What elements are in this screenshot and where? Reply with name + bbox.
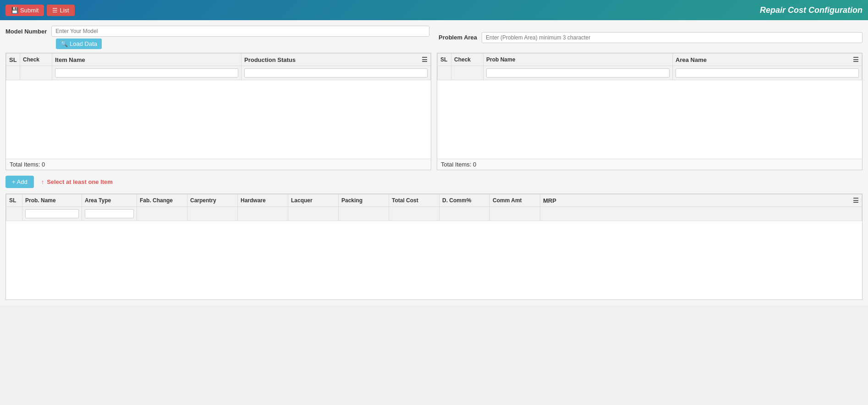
items-table: SL Check Item Name Production Status [6, 53, 431, 80]
prob-col-sl: SL [438, 54, 451, 66]
bt-filter-comm-amt [490, 207, 540, 221]
model-number-group: Model Number 🔍 Load Data [5, 26, 429, 49]
page-title: Repair Cost Configuration [760, 6, 863, 15]
items-production-status-filter[interactable] [244, 68, 428, 78]
bt-col-mrp: MRP ☰ [540, 194, 862, 207]
items-filter-item-name [52, 66, 242, 80]
top-fields-row: Model Number 🔍 Load Data Problem Area [5, 26, 863, 49]
prob-col-prob-name: Prob Name [483, 54, 673, 66]
prob-col-area-name: Area Name ☰ [673, 54, 862, 66]
bt-filter-mrp [540, 207, 862, 221]
bt-col-total-cost: Total Cost [389, 194, 439, 207]
list-button[interactable]: ☰ List [47, 5, 74, 16]
items-filter-sl [6, 66, 20, 80]
bottom-table: SL Prob. Name Area Type Fab. Change Carp… [6, 194, 862, 221]
prob-table-section: SL Check Prob Name Area Name ☰ [437, 53, 863, 170]
bt-filter-carpentry [187, 207, 238, 221]
bt-col-area-type: Area Type [82, 194, 137, 207]
prob-col-check: Check [451, 54, 483, 66]
bt-menu-icon[interactable]: ☰ [853, 197, 859, 204]
bt-filter-area-type [82, 207, 137, 221]
bt-filter-sl [6, 207, 22, 221]
bt-filter-hardware [238, 207, 288, 221]
items-col-check: Check [20, 54, 52, 66]
items-filter-check [20, 66, 52, 80]
bt-filter-total-cost [389, 207, 439, 221]
add-button[interactable]: + Add [5, 176, 34, 188]
prob-filter-check [451, 66, 483, 80]
prob-area-name-filter[interactable] [676, 68, 859, 78]
model-number-input[interactable] [51, 26, 429, 37]
warning-message: ↑ Select at least one Item [41, 178, 113, 185]
bottom-table-scroll[interactable]: SL Prob. Name Area Type Fab. Change Carp… [6, 194, 862, 300]
items-table-footer: Total Items: 0 [6, 159, 431, 170]
header: 💾 Submit ☰ List Repair Cost Configuratio… [0, 0, 868, 20]
warning-arrow-icon: ↑ [41, 178, 44, 185]
prob-filter-sl [438, 66, 451, 80]
bt-col-sl: SL [6, 194, 22, 207]
load-data-button[interactable]: 🔍 Load Data [56, 39, 102, 49]
prob-menu-icon[interactable]: ☰ [853, 56, 859, 63]
items-menu-icon[interactable]: ☰ [422, 56, 428, 63]
model-number-field-row: Model Number [5, 26, 429, 37]
bt-filter-fab-change [137, 207, 187, 221]
prob-table-footer: Total Items: 0 [437, 159, 862, 170]
items-filter-production-status [242, 66, 431, 80]
model-number-label: Model Number [5, 28, 47, 35]
main-content: Model Number 🔍 Load Data Problem Area [0, 20, 868, 305]
bt-col-prob-name: Prob. Name [22, 194, 82, 207]
prob-prob-name-filter[interactable] [486, 68, 670, 78]
list-icon: ☰ [52, 7, 58, 14]
problem-area-group: Problem Area [439, 26, 863, 49]
save-icon: 💾 [11, 7, 18, 14]
action-row: + Add ↑ Select at least one Item [5, 174, 863, 190]
items-item-name-filter[interactable] [55, 68, 238, 78]
bt-area-type-filter[interactable] [85, 209, 134, 218]
items-table-section: SL Check Item Name Production Status [5, 53, 431, 170]
bt-prob-name-filter[interactable] [25, 209, 79, 218]
bt-col-lacquer: Lacquer [288, 194, 339, 207]
bt-col-hardware: Hardware [238, 194, 288, 207]
bt-col-packing: Packing [339, 194, 389, 207]
bt-filter-packing [339, 207, 389, 221]
prob-table-scroll[interactable]: SL Check Prob Name Area Name ☰ [437, 53, 862, 159]
search-icon: 🔍 [60, 40, 68, 47]
submit-button[interactable]: 💾 Submit [5, 5, 44, 16]
prob-filter-area-name [673, 66, 862, 80]
header-buttons: 💾 Submit ☰ List [5, 5, 75, 16]
bt-filter-lacquer [288, 207, 339, 221]
prob-table: SL Check Prob Name Area Name ☰ [437, 53, 862, 80]
problem-area-input[interactable] [482, 32, 863, 43]
items-col-item-name: Item Name [52, 54, 242, 66]
tables-row: SL Check Item Name Production Status [5, 53, 863, 170]
prob-filter-prob-name [483, 66, 673, 80]
bottom-table-section: SL Prob. Name Area Type Fab. Change Carp… [5, 194, 863, 300]
bt-col-carpentry: Carpentry [187, 194, 238, 207]
items-col-sl: SL [6, 54, 20, 66]
bt-filter-prob-name [22, 207, 82, 221]
bt-col-d-comm: D. Comm% [439, 194, 490, 207]
items-table-scroll[interactable]: SL Check Item Name Production Status [6, 53, 431, 159]
items-col-production-status: Production Status ☰ [242, 54, 431, 66]
bt-filter-d-comm [439, 207, 490, 221]
problem-area-label: Problem Area [439, 34, 477, 41]
bt-col-comm-amt: Comm Amt [490, 194, 540, 207]
bt-col-fab-change: Fab. Change [137, 194, 187, 207]
